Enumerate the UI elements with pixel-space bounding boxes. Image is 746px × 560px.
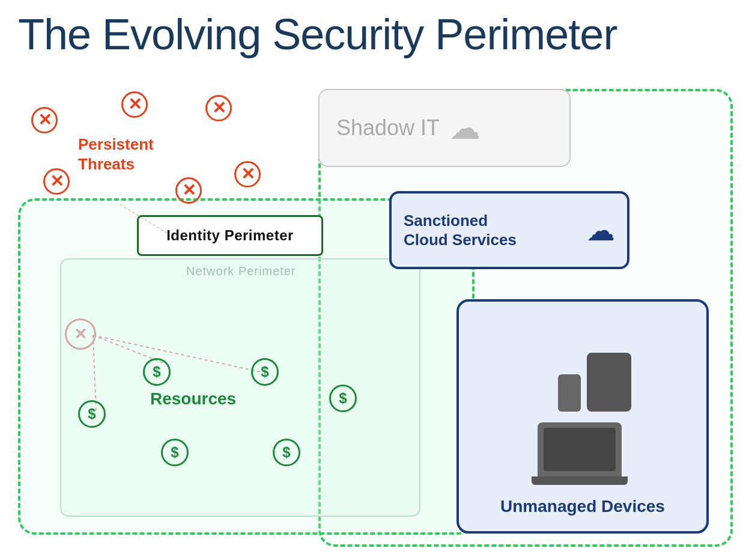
sanctioned-cloud-label: SanctionedCloud Services [404,211,517,250]
persistent-threats-label: PersistentThreats [78,135,154,174]
identity-perimeter-label: Identity Perimeter [166,227,294,244]
device-laptop-icon [538,422,628,485]
threat-icon-6: ✕ [234,161,261,187]
sanctioned-cloud-box: SanctionedCloud Services ☁ [389,191,629,269]
resource-icon-2: $ [251,358,279,386]
device-tablet-icon [587,353,631,412]
shadow-it-label: Shadow IT [336,115,440,141]
identity-perimeter-box: Identity Perimeter [137,215,323,256]
resource-icon-3: $ [329,385,357,412]
threat-icon-4: ✕ [43,168,70,195]
resource-icon-4: $ [78,400,106,428]
threat-icon-3: ✕ [205,95,232,121]
unmanaged-devices-box: Unmanaged Devices [456,299,709,534]
threat-icon-1: ✕ [31,107,58,133]
resource-icon-6: $ [273,439,300,466]
threat-icon-2: ✕ [121,91,148,118]
page-title: The Evolving Security Perimeter [18,11,728,58]
threat-icon-5: ✕ [175,177,202,204]
faded-threat-icon: ✕ [65,318,96,350]
shadow-it-box: Shadow IT ☁ [318,89,571,167]
cloud-gray-icon: ☁ [449,110,481,146]
unmanaged-devices-label: Unmanaged Devices [500,496,665,517]
network-perimeter-box [60,258,420,517]
resource-icon-1: $ [143,358,171,386]
device-phone-icon [558,374,581,412]
resource-icon-5: $ [161,439,189,466]
resources-label: Resources [150,389,236,409]
network-perimeter-label: Network Perimeter [186,264,296,278]
cloud-blue-icon: ☁ [586,213,615,247]
